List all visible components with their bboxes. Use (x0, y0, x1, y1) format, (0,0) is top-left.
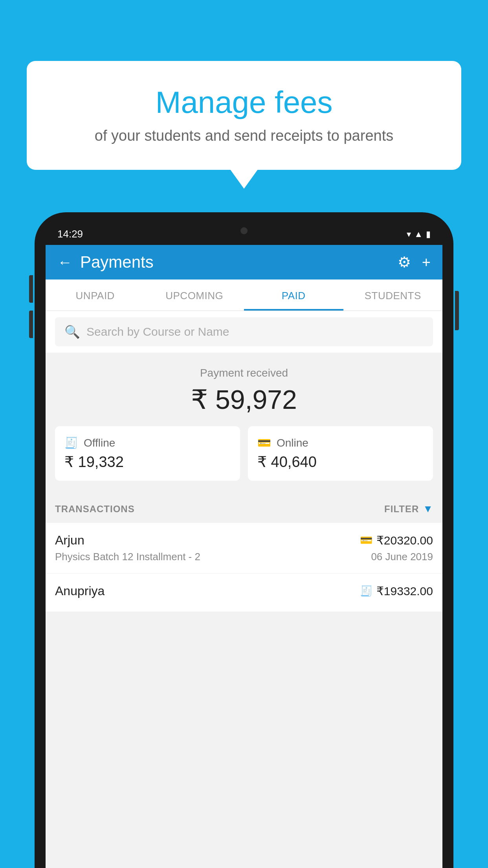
transaction-item[interactable]: Arjun 💳 ₹20320.00 Physics Batch 12 Insta… (46, 523, 442, 574)
payment-received-label: Payment received (46, 367, 442, 379)
tab-paid[interactable]: PAID (244, 280, 343, 311)
tab-unpaid[interactable]: UNPAID (46, 280, 145, 311)
status-time: 14:29 (57, 228, 83, 240)
transaction-amount-row: 🧾 ₹19332.00 (360, 584, 433, 598)
transaction-amount: ₹20320.00 (376, 533, 433, 547)
tabs-bar: UNPAID UPCOMING PAID STUDENTS (46, 280, 442, 311)
offline-label-row: 🧾 Offline (64, 436, 115, 449)
transaction-card-icon: 💳 (360, 534, 372, 546)
back-button[interactable]: ← (57, 254, 72, 271)
payment-cards: 🧾 Offline ₹ 19,332 💳 Online ₹ 40,640 (46, 426, 442, 481)
online-label-row: 💳 Online (257, 436, 308, 449)
transaction-amount: ₹19332.00 (376, 584, 433, 598)
search-icon: 🔍 (64, 324, 80, 339)
transactions-label: TRANSACTIONS (55, 504, 135, 515)
transaction-date: 06 June 2019 (371, 551, 433, 563)
transaction-row-top: Anupriya 🧾 ₹19332.00 (55, 584, 433, 598)
volume-up-button (29, 275, 33, 303)
search-container: 🔍 Search by Course or Name (46, 311, 442, 353)
offline-icon: 🧾 (64, 436, 78, 449)
offline-card: 🧾 Offline ₹ 19,332 (55, 426, 240, 481)
offline-amount: ₹ 19,332 (64, 453, 124, 471)
transaction-row-bottom: Physics Batch 12 Installment - 2 06 June… (55, 551, 433, 563)
speech-bubble: Manage fees of your students and send re… (27, 61, 461, 170)
online-label: Online (277, 437, 308, 449)
payment-summary: Payment received ₹ 59,972 🧾 Offline ₹ 19… (46, 353, 442, 492)
wifi-icon: ▾ (407, 229, 411, 239)
header-title: Payments (80, 253, 154, 272)
transaction-name: Arjun (55, 533, 84, 548)
bubble-subtitle: of your students and send receipts to pa… (42, 127, 446, 144)
transaction-item[interactable]: Anupriya 🧾 ₹19332.00 (46, 574, 442, 612)
phone-screen: ← Payments ⚙ + UNPAID UPCOMING PAID STUD… (46, 245, 442, 868)
online-icon: 💳 (257, 436, 271, 449)
camera (240, 227, 248, 234)
phone-device: 14:29 ▾ ▲ ▮ ← Payments ⚙ + (35, 212, 453, 868)
search-input[interactable]: Search by Course or Name (86, 325, 229, 338)
transactions-header: TRANSACTIONS FILTER ▼ (46, 492, 442, 523)
phone-notch (220, 223, 268, 238)
transaction-row-top: Arjun 💳 ₹20320.00 (55, 533, 433, 548)
online-amount: ₹ 40,640 (257, 453, 317, 471)
online-card: 💳 Online ₹ 40,640 (248, 426, 433, 481)
status-icons: ▾ ▲ ▮ (407, 229, 431, 239)
phone-body: 14:29 ▾ ▲ ▮ ← Payments ⚙ + (35, 212, 453, 868)
tab-students[interactable]: STUDENTS (343, 280, 443, 311)
header-left: ← Payments (57, 253, 154, 272)
offline-label: Offline (84, 437, 115, 449)
app-header: ← Payments ⚙ + (46, 245, 442, 280)
filter-label: FILTER (384, 504, 419, 515)
filter-icon: ▼ (423, 503, 433, 515)
tab-upcoming[interactable]: UPCOMING (145, 280, 244, 311)
transaction-name: Anupriya (55, 584, 105, 598)
signal-icon: ▲ (414, 229, 423, 239)
status-bar: 14:29 ▾ ▲ ▮ (46, 223, 442, 245)
add-icon[interactable]: + (422, 254, 431, 271)
search-bar[interactable]: 🔍 Search by Course or Name (55, 317, 433, 346)
transaction-amount-row: 💳 ₹20320.00 (360, 533, 433, 547)
speech-bubble-section: Manage fees of your students and send re… (27, 61, 461, 170)
settings-icon[interactable]: ⚙ (398, 254, 411, 271)
header-right: ⚙ + (398, 254, 431, 271)
bubble-title: Manage fees (42, 85, 446, 120)
battery-icon: ▮ (426, 229, 431, 239)
power-button (455, 291, 459, 330)
transaction-description: Physics Batch 12 Installment - 2 (55, 551, 200, 563)
filter-row[interactable]: FILTER ▼ (384, 503, 433, 515)
volume-down-button (29, 311, 33, 338)
payment-amount: ₹ 59,972 (46, 384, 442, 415)
transaction-cash-icon: 🧾 (360, 585, 372, 597)
